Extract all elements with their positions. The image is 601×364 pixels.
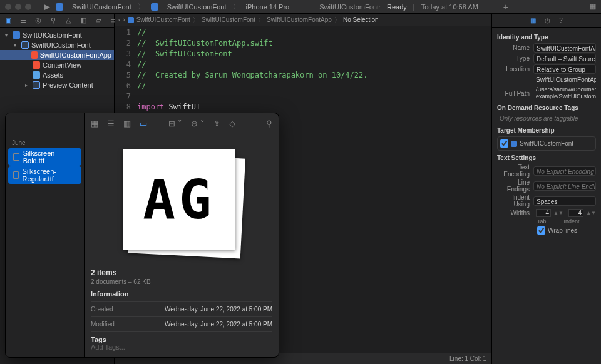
location-file: SwiftUICustomFontApp.swift: [533, 75, 596, 84]
label: Modified: [91, 321, 115, 328]
navigator-tab-symbols-icon[interactable]: ◎: [34, 16, 43, 24]
wrap-lines-toggle[interactable]: Wrap lines: [537, 226, 596, 235]
view-icon-grid[interactable]: ▦: [91, 119, 98, 128]
indent-using-select[interactable]: Spaces: [533, 196, 596, 206]
tags-input[interactable]: Add Tags...: [91, 343, 272, 351]
modified-value: Wednesday, June 22, 2022 at 5:00 PM: [165, 321, 272, 328]
add-tab-button[interactable]: +: [503, 2, 508, 12]
folder-icon: [21, 41, 29, 49]
navigator-tab-source-control-icon[interactable]: ☰: [19, 16, 28, 24]
line-endings-select[interactable]: No Explicit Line Endings: [533, 181, 596, 191]
tree-file-label: Preview Content: [43, 81, 93, 89]
navigator-tab-find-icon[interactable]: ⚲: [49, 16, 58, 24]
jump-bar[interactable]: ‹ › SwiftUICustomFont 〉 SwiftUICustomFon…: [115, 14, 491, 26]
zoom-dot[interactable]: [25, 4, 31, 10]
code-line: //: [137, 60, 146, 69]
tree-folder-preview[interactable]: ▸ Preview Content: [0, 80, 114, 90]
finder-toolbar: ▦ ☰ ▥ ▭ ⊞ ˅ ⊖ ˅ ⇪ ◇ ⚲: [85, 113, 279, 134]
text-settings-heading: Text Settings: [497, 154, 596, 161]
inspector-tab-file-icon[interactable]: ▦: [530, 17, 536, 24]
finder-item-label: Silkscreen-Regular.ttf: [23, 168, 76, 183]
jump-c[interactable]: SwiftUICustomFontApp: [267, 16, 332, 23]
tab-width-input[interactable]: [536, 209, 551, 217]
navigator-tab-debug-icon[interactable]: ▱: [94, 16, 103, 24]
navigator-tab-issues-icon[interactable]: △: [64, 16, 73, 24]
breadcrumb-target[interactable]: SwiftUICustomFont: [167, 3, 227, 11]
search-icon[interactable]: ⚲: [266, 119, 272, 128]
target-icon: [151, 3, 158, 11]
view-icon-columns[interactable]: ▥: [123, 119, 131, 128]
library-button[interactable]: ▦: [590, 3, 596, 11]
tree-folder[interactable]: ▾ SwiftUICustomFont: [0, 40, 114, 50]
tag-icon[interactable]: ◇: [229, 119, 235, 128]
inspector-tab-help-icon[interactable]: ?: [559, 17, 563, 24]
cursor-position: Line: 1 Col: 1: [449, 355, 486, 362]
view-icon-list[interactable]: ☰: [107, 119, 115, 128]
scheme-icon: [56, 3, 63, 11]
jump-project-icon: [128, 17, 134, 23]
label: Created: [91, 306, 113, 313]
build-status-state: Ready: [387, 3, 407, 11]
close-dot[interactable]: [5, 4, 11, 10]
indent-width-input[interactable]: [568, 209, 583, 217]
action-menu-icon[interactable]: ⊖ ˅: [191, 119, 205, 128]
view-icon-gallery[interactable]: ▭: [140, 119, 147, 128]
tree-project[interactable]: ▾ SwiftUICustomFont: [0, 30, 114, 40]
location-select[interactable]: Relative to Group: [533, 64, 596, 74]
wrap-label: Wrap lines: [548, 227, 577, 234]
finder-preview: AG: [85, 134, 279, 266]
navigator-tab-tests-icon[interactable]: ◧: [79, 16, 88, 24]
swift-file-icon: [33, 61, 40, 69]
finder-sidebar: June Silkscreen-Bold.ttf Silkscreen-Regu…: [6, 113, 85, 357]
target-membership-item[interactable]: SwiftUICustomFont: [500, 139, 593, 148]
label: Full Path: [497, 90, 533, 97]
build-status-time: Today at 10:58 AM: [421, 3, 478, 11]
inspector-panel: ▦ ◴ ? Identity and Type NameSwiftUICusto…: [491, 14, 601, 364]
label: Name: [497, 44, 533, 51]
assets-icon: [33, 71, 40, 79]
tree-project-label: SwiftUICustomFont: [23, 31, 82, 39]
label: Tab: [537, 218, 547, 225]
group-by-icon[interactable]: ⊞ ˅: [168, 119, 182, 128]
code-line: //: [137, 28, 146, 37]
tree-file-app[interactable]: SwiftUICustomFontApp: [0, 50, 114, 60]
tree-file-contentview[interactable]: ContentView: [0, 60, 114, 70]
finder-item[interactable]: Silkscreen-Regular.ttf: [8, 166, 81, 184]
finder-item[interactable]: Silkscreen-Bold.ttf: [8, 148, 81, 166]
ondemand-heading: On Demand Resource Tags: [497, 104, 596, 111]
share-icon[interactable]: ⇪: [213, 119, 220, 128]
minimize-dot[interactable]: [15, 4, 21, 10]
code-line: //: [137, 49, 146, 58]
file-name-field[interactable]: SwiftUICustomFontApp.swift: [533, 43, 596, 53]
label: Widths: [497, 210, 533, 216]
nav-back-icon[interactable]: ‹: [118, 16, 120, 23]
run-button[interactable]: ▶: [44, 2, 50, 11]
folder-icon: [33, 81, 40, 89]
finder-window[interactable]: June Silkscreen-Bold.ttf Silkscreen-Regu…: [5, 113, 279, 358]
label: Location: [497, 66, 533, 73]
jump-d[interactable]: No Selection: [343, 16, 379, 23]
project-icon: [13, 31, 20, 39]
scheme-name[interactable]: SwiftUICustomFont: [72, 3, 131, 11]
file-type-select[interactable]: Default – Swift Source: [533, 54, 596, 63]
build-status-sep: |: [413, 3, 415, 11]
tree-file-label: Assets: [43, 71, 63, 79]
target-icon: [511, 141, 517, 147]
code-line: SwiftUICustomFontApp.swift: [155, 39, 273, 48]
label: Type: [497, 55, 533, 62]
wrap-checkbox[interactable]: [537, 226, 545, 235]
tree-file-label: ContentView: [43, 61, 81, 69]
jump-b[interactable]: SwiftUICustomFont: [202, 16, 255, 23]
jump-a[interactable]: SwiftUICustomFont: [136, 16, 190, 23]
target-checkbox[interactable]: [500, 139, 508, 148]
nav-fwd-icon[interactable]: ›: [123, 16, 125, 23]
code-line: //: [137, 39, 146, 48]
device-select[interactable]: iPhone 14 Pro: [246, 3, 290, 11]
created-value: Wednesday, June 22, 2022 at 5:00 PM: [165, 306, 272, 313]
navigator-tab-files-icon[interactable]: ▣: [4, 16, 13, 24]
finder-info-pane: 2 items 2 documents – 62 KB Information …: [85, 266, 279, 357]
tree-file-assets[interactable]: Assets: [0, 70, 114, 80]
inspector-tab-history-icon[interactable]: ◴: [545, 17, 550, 24]
encoding-select[interactable]: No Explicit Encoding: [533, 166, 596, 176]
ondemand-hint: Only resources are taggable: [497, 114, 596, 123]
